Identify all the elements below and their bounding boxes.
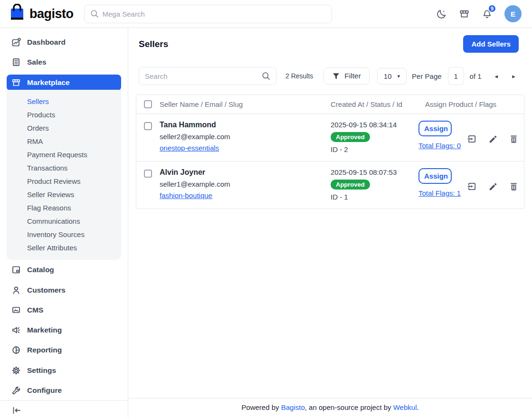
table-header-row: Seller Name / Email / Slug Created At / … bbox=[136, 95, 524, 114]
submenu-item-payment-requests[interactable]: Payment Requests bbox=[7, 148, 121, 161]
sidebar-item-label: CMS bbox=[27, 306, 43, 314]
mega-search-input[interactable] bbox=[84, 5, 332, 23]
select-all-checkbox[interactable] bbox=[144, 100, 152, 108]
login-as-seller-icon[interactable] bbox=[467, 181, 477, 191]
sidebar-item-label: Dashboard bbox=[27, 38, 66, 47]
table-row: Tana Hammond seller2@example.com onestop… bbox=[136, 114, 524, 161]
filter-label: Filter bbox=[344, 72, 361, 80]
per-page-label: Per Page bbox=[412, 72, 442, 80]
submenu-item-orders[interactable]: Orders bbox=[7, 121, 121, 134]
table-search-input[interactable] bbox=[139, 67, 276, 85]
created-at: 2025-09-15 08:34:14 bbox=[331, 121, 418, 129]
settings-icon bbox=[11, 366, 21, 375]
search-icon[interactable] bbox=[261, 71, 271, 83]
webkul-footer-link[interactable]: Webkul bbox=[393, 403, 417, 411]
table-search bbox=[139, 67, 276, 85]
next-page-button[interactable]: ▸ bbox=[512, 73, 515, 79]
cms-icon bbox=[11, 305, 21, 315]
footer-text: , an open-source project by bbox=[305, 403, 393, 411]
delete-icon[interactable] bbox=[509, 134, 518, 144]
row-checkbox[interactable] bbox=[144, 122, 152, 130]
bagisto-logo[interactable]: bagisto bbox=[9, 4, 74, 24]
submenu-item-product-reviews[interactable]: Product Reviews bbox=[7, 174, 121, 188]
sidebar-item-sales[interactable]: Sales bbox=[0, 52, 128, 72]
datagrid-toolbar: 2 Results Filter 10 ▾ Per Page of 1 ◂ ▸ bbox=[139, 67, 519, 85]
sidebar-item-catalog[interactable]: Catalog bbox=[0, 260, 128, 280]
submenu-item-rma[interactable]: RMA bbox=[7, 134, 121, 148]
assign-button[interactable]: Assign bbox=[418, 121, 452, 136]
page-number-input[interactable] bbox=[448, 67, 464, 85]
edit-icon[interactable] bbox=[488, 134, 498, 144]
page-title: Sellers bbox=[139, 39, 168, 49]
page-total: of 1 bbox=[470, 72, 482, 80]
total-flags-link[interactable]: Total Flags: 0 bbox=[418, 141, 461, 151]
previous-page-button[interactable]: ◂ bbox=[495, 73, 498, 79]
sidebar-item-marketing[interactable]: Marketing bbox=[0, 320, 128, 340]
sidebar-item-label: Configure bbox=[27, 386, 62, 395]
add-sellers-button[interactable]: Add Sellers bbox=[463, 35, 519, 53]
page-head: Sellers Add Sellers bbox=[128, 28, 532, 53]
submenu-item-products[interactable]: Products bbox=[7, 108, 121, 121]
total-flags-link[interactable]: Total Flags: 1 bbox=[418, 188, 461, 199]
seller-id: ID - 2 bbox=[331, 145, 418, 153]
per-page-value: 10 bbox=[384, 72, 392, 80]
sidebar-item-reporting[interactable]: Reporting bbox=[0, 340, 128, 360]
dashboard-icon bbox=[11, 38, 21, 47]
table-row: Alvin Joyner seller1@example.com fashion… bbox=[136, 161, 524, 209]
sidebar-item-label: Sales bbox=[27, 58, 47, 66]
notifications-button[interactable]: 9 bbox=[482, 9, 493, 19]
marketing-icon bbox=[11, 325, 21, 335]
sidebar-item-settings[interactable]: Settings bbox=[0, 361, 128, 380]
funnel-icon bbox=[332, 72, 340, 80]
column-header-assign: Assign Product / Flags bbox=[418, 100, 524, 108]
sales-icon bbox=[11, 57, 21, 67]
mega-search bbox=[84, 5, 332, 23]
seller-slug-link[interactable]: fashion-boutique bbox=[160, 191, 212, 200]
submenu-item-flag-reasons[interactable]: Flag Reasons bbox=[7, 201, 121, 214]
seller-name: Tana Hammond bbox=[160, 121, 331, 129]
marketplace-submenu: Sellers Products Orders RMA Payment Requ… bbox=[7, 90, 121, 260]
sidebar-item-label: Settings bbox=[27, 366, 56, 375]
submenu-item-inventory-sources[interactable]: Inventory Sources bbox=[7, 228, 121, 241]
status-badge: Approved bbox=[331, 180, 370, 190]
submenu-item-communications[interactable]: Communications bbox=[7, 214, 121, 228]
sidebar-item-dashboard[interactable]: Dashboard bbox=[0, 32, 128, 52]
seller-slug-link[interactable]: onestop-essentials bbox=[160, 144, 219, 152]
sellers-table: Seller Name / Email / Slug Created At / … bbox=[136, 95, 524, 209]
submenu-item-transactions[interactable]: Transactions bbox=[7, 161, 121, 174]
delete-icon[interactable] bbox=[509, 182, 518, 191]
created-at: 2025-09-15 08:07:53 bbox=[331, 168, 418, 176]
logo-text: bagisto bbox=[29, 7, 74, 21]
row-checkbox[interactable] bbox=[144, 170, 152, 178]
sidebar-item-label: Catalog bbox=[27, 266, 54, 274]
marketplace-icon bbox=[11, 78, 21, 87]
user-avatar[interactable]: E bbox=[504, 5, 522, 22]
main-content: Sellers Add Sellers 2 Results Filter bbox=[128, 28, 532, 418]
sidebar-item-configure[interactable]: Configure bbox=[0, 380, 128, 400]
store-icon[interactable] bbox=[459, 9, 470, 19]
sidebar-item-marketplace[interactable]: Marketplace bbox=[7, 75, 121, 91]
collapse-sidebar-icon[interactable] bbox=[11, 405, 128, 416]
assign-stack: Assign Total Flags: 1 bbox=[418, 168, 459, 199]
submenu-item-sellers[interactable]: Sellers bbox=[7, 95, 121, 108]
per-page-select[interactable]: 10 ▾ bbox=[377, 68, 407, 85]
filter-button[interactable]: Filter bbox=[323, 67, 369, 85]
bagisto-footer-link[interactable]: Bagisto bbox=[281, 403, 305, 411]
notification-count-badge: 9 bbox=[488, 4, 496, 13]
login-as-seller-icon[interactable] bbox=[467, 134, 477, 144]
edit-icon[interactable] bbox=[488, 182, 498, 191]
submenu-item-seller-reviews[interactable]: Seller Reviews bbox=[7, 188, 121, 201]
assign-button[interactable]: Assign bbox=[418, 168, 452, 184]
submenu-item-seller-attributes[interactable]: Seller Attributes bbox=[7, 241, 121, 254]
chevron-down-icon: ▾ bbox=[398, 73, 400, 79]
sidebar-footer bbox=[0, 400, 128, 418]
sidebar-item-customers[interactable]: Customers bbox=[0, 280, 128, 300]
dark-mode-icon[interactable] bbox=[436, 9, 447, 19]
footer-text: . bbox=[417, 403, 418, 411]
created-cell: 2025-09-15 08:07:53 Approved ID - 1 bbox=[331, 168, 418, 201]
column-header-created: Created At / Status / Id bbox=[331, 100, 418, 108]
bag-icon bbox=[9, 4, 26, 24]
search-icon bbox=[90, 9, 99, 20]
row-action-icons bbox=[467, 181, 518, 191]
sidebar-item-cms[interactable]: CMS bbox=[0, 300, 128, 320]
